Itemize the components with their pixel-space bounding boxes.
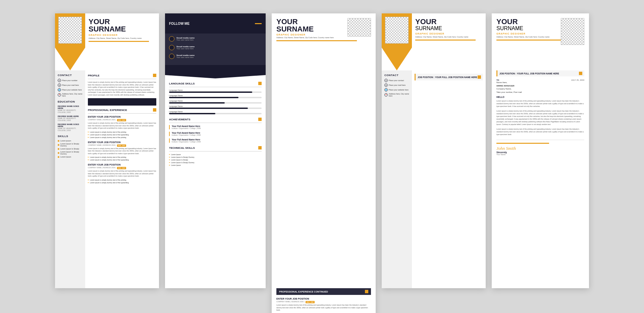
resume-card-4: YOUR SURNAME GRAPHIC DESIGNER Address: C… <box>382 13 486 288</box>
job3-desc: Lorem ipsum is simply dummy text of the … <box>88 170 156 178</box>
card2-dark-shape <box>165 65 266 78</box>
edu-1: DEGREE NAME GOES HERE NAME OF UNIVERSITY… <box>58 105 83 113</box>
contact-title: CONTACT <box>58 74 83 77</box>
tech-5: Lorem Ipsum <box>169 164 262 166</box>
contact-mail: ✉ Place your mail here <box>58 83 83 87</box>
sincerely-label: Sincerely <box>496 151 584 153</box>
card3-job: GRAPHIC DESIGNER <box>276 34 334 36</box>
resume-card-1: YOUR SURNAME GRAPHIC DESIGNER Address: C… <box>55 13 159 288</box>
contact-phone-text: Place your number <box>62 79 77 81</box>
globe-icon: 🌐 <box>58 88 61 91</box>
language-section-title: LANGUAGE SKILLS <box>169 82 262 85</box>
sig-accent-bar <box>496 143 549 144</box>
card1-content: PROFILE Lorem ipsum is simply dummy text… <box>85 70 159 288</box>
card4-job-title: GRAPHIC DESIGNER <box>415 33 482 35</box>
signature: John Smith <box>496 146 584 151</box>
job2-bullet1: Lorem ipsum is simply dummy text of the … <box>88 156 156 158</box>
job2-meta: COMPANY NAME | ADDRESS 2019 | 2022 - 200… <box>88 144 156 147</box>
photo-placeholder <box>58 17 82 44</box>
ach-accent <box>258 118 262 121</box>
lang-bar-2: Language Name <box>169 95 262 98</box>
card4-main-body: CONTACT ☏ Place your contact ✉ Place you… <box>382 70 486 288</box>
card4-banner-accent <box>478 75 481 79</box>
cover-date: JULY 25, 2040 <box>571 79 584 81</box>
social-3: Socail media name Your user name here <box>169 54 262 59</box>
social-circle-3 <box>169 54 174 59</box>
card4-contact-phone: ☏ Place your contact <box>384 79 409 82</box>
section-accent-exp <box>153 108 156 112</box>
card1-header: YOUR SURNAME GRAPHIC DESIGNER Address: C… <box>85 13 159 70</box>
ach-divider <box>169 123 262 123</box>
skill-2: Lorem Ipsum Is Simply Dummy <box>58 143 83 147</box>
card1-sidebar: CONTACT ☏ Place your number ✉ Place your… <box>55 70 85 288</box>
card4-address: Address: City Name, Street Name, Zip Cod… <box>415 36 482 38</box>
card4-contact-mail-text: Place your mail here <box>389 84 406 86</box>
tech-4: Lorem Ipsum Is Simply Dummy <box>169 162 262 164</box>
job2-bullet2: Lorem ipsum is simply dummy text of the … <box>88 159 156 161</box>
card4-contact-web-text: Place your website here <box>389 89 409 91</box>
contact-mail-text: Place your mail here <box>62 84 79 86</box>
tech-divider <box>169 151 262 151</box>
job1-bullet3: Lorem ipsum is simply dummy text of the … <box>88 136 156 138</box>
card1-main-body: CONTACT ☏ Place your number ✉ Place your… <box>55 70 159 288</box>
skill-dot <box>58 156 59 158</box>
card4-name1: YOUR <box>415 18 482 25</box>
exp-continued-banner: PROFESSIONAL EXPERIENCE CONTINUED <box>276 288 371 295</box>
edu-2: DEGREE NAME HERE NAME OF UNIVERSITY, COL… <box>58 115 83 121</box>
c3-job1-meta: COMPANY NAME | ADDRESS 2020 | 2022 - 200… <box>276 301 371 304</box>
cover-para-1: Lorem ipsum is simply dummy text of the … <box>496 100 584 108</box>
contact-address: 📍 Address here, City name here <box>58 93 83 97</box>
location-icon: 📍 <box>58 93 61 97</box>
lang-bar-5: Language Name <box>169 111 262 114</box>
ach-3: Your Full Award Name Here Institute / Or… <box>169 138 262 143</box>
experience-section-title: PROFESSIONAL EXPERIENCE <box>88 108 156 112</box>
job1-meta: COMPANY NAME | ADDRESS 2020 | 2022 - 200… <box>88 119 156 122</box>
card1-address: Address: City Name, Street Name, Zip Cod… <box>89 37 156 39</box>
exp-continued-title: PROFESSIONAL EXPERIENCE CONTINUED <box>279 290 368 293</box>
edu-degree-1: DEGREE NAME GOES HERE <box>58 105 83 109</box>
skill-5: Lorem Ipsum <box>58 156 83 158</box>
card4-contact-phone-text: Place your contact <box>389 79 404 81</box>
card4-photo <box>385 17 409 44</box>
skill-4: Lorem Ipsum Is Simply Dummy <box>58 151 83 155</box>
edu-degree-3: DEGREE NAME GOES HERE <box>58 123 83 127</box>
card4-mail-icon: ✉ <box>384 83 388 87</box>
skill-1: Lorem ipsum <box>58 140 83 142</box>
card3-header: YOUR SURNAME GRAPHIC DESIGNER Address: C… <box>272 13 376 288</box>
contact-web-text: Place your website here <box>62 89 82 91</box>
card4-globe-icon: 🌐 <box>384 88 388 91</box>
card4-contact-mail: ✉ Place your mail here <box>384 83 409 87</box>
card3-body: PROFESSIONAL EXPERIENCE CONTINUED ENTER … <box>272 288 376 313</box>
profile-section-title: PROFILE <box>88 74 156 77</box>
edu-school-3: NAME OF UNIVERSITY, COLLEGE | 2016 <box>58 127 83 131</box>
follow-label: FOLLOW ME <box>169 22 190 25</box>
page-container: YOUR SURNAME GRAPHIC DESIGNER Address: C… <box>20 13 624 313</box>
c3-job1-desc: Lorem ipsum is simply dummy text of the … <box>276 304 371 312</box>
card4-contact-web: 🌐 Place your website here <box>384 88 409 91</box>
card2-white-body: LANGUAGE SKILLS Language Name Language N… <box>165 78 266 288</box>
recipient-name: Name Here, <box>496 81 584 84</box>
skill-dot <box>58 144 59 146</box>
card4-top: YOUR SURNAME GRAPHIC DESIGNER Address: C… <box>382 13 486 70</box>
job1-desc: Lorem ipsum is simply dummy text of the … <box>88 122 156 130</box>
lang-bar-1: Language Name <box>169 89 262 93</box>
lang-bar-4: Language Name <box>169 105 262 109</box>
profile-text: Lorem ipsum is simply dummy text of the … <box>88 81 156 96</box>
banner-accent <box>365 290 368 293</box>
social-circle-1 <box>169 36 174 42</box>
card5-top: YOUR SURNAME GRAPHIC DESIGNER Address: C… <box>492 13 589 70</box>
contact-addr-text: Address here, City name here <box>62 93 83 97</box>
card4-content: JOB POSITION : YOUR FULL JOB POSITION NA… <box>412 70 486 288</box>
card4-phone-icon: ☏ <box>384 79 388 82</box>
your-name: Your Name <box>496 153 584 155</box>
job1-title: ENTER YOUR JOB POSITION <box>88 116 156 118</box>
card4-contact-title: CONTACT <box>384 74 409 77</box>
resume-card-5: YOUR SURNAME GRAPHIC DESIGNER Address: C… <box>492 13 589 288</box>
lang-divider <box>169 87 262 87</box>
card3-header-wrap: YOUR SURNAME GRAPHIC DESIGNER Address: C… <box>272 13 376 288</box>
card3-name2: SURNAME <box>276 25 334 33</box>
cover-signature-area: John Smith Sincerely Your Name <box>496 140 584 155</box>
card4-accent-bar <box>415 40 476 41</box>
resume-card-2: FOLLOW ME Socail media name Your user na… <box>165 13 266 288</box>
recipient-role: HIRING MANAGER <box>496 84 584 88</box>
